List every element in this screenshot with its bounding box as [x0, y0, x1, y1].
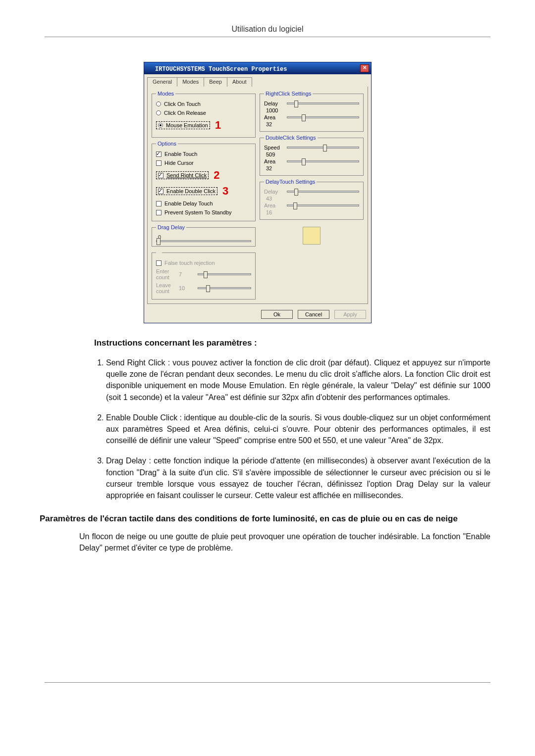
right-click-legend: RightClick Settings — [264, 91, 313, 97]
double-click-area-row: Area — [264, 157, 359, 165]
radio-icon — [156, 101, 161, 106]
check-enable-touch[interactable]: Enable Touch — [156, 150, 251, 158]
right-click-area-value: 32 — [266, 121, 359, 127]
leave-count-value: 10 — [179, 285, 194, 291]
delay-touch-delay-row: Delay — [264, 188, 359, 196]
tab-modes[interactable]: Modes — [177, 77, 204, 87]
subsection-heading: Paramètres de l'écran tactile dans des c… — [40, 514, 490, 524]
right-click-settings: RightClick Settings Delay 1000 Area 32 — [260, 91, 364, 132]
delay-label: Delay — [264, 101, 283, 106]
folder-icon — [303, 227, 321, 245]
check-enable-delay-touch[interactable]: Enable Delay Touch — [156, 199, 251, 208]
area-label: Area — [264, 114, 283, 120]
dialog-titlebar: IRTOUCHSYSTEMS TouchScreen Properties ✕ — [144, 62, 371, 74]
check-hide-cursor[interactable]: Hide Cursor — [156, 158, 251, 167]
delay-touch-delay-value: 43 — [266, 196, 359, 202]
drag-delay-slider[interactable] — [156, 240, 251, 242]
check-label: Enable Touch — [164, 151, 197, 157]
leave-count-label: Leave count — [156, 282, 175, 294]
enter-count-row: Enter count 7 — [156, 267, 251, 281]
double-click-area-slider[interactable] — [287, 160, 359, 162]
tab-about[interactable]: About — [227, 77, 252, 87]
radio-label: Click On Touch — [164, 101, 201, 107]
ok-button[interactable]: Ok — [261, 310, 293, 319]
radio-icon — [158, 123, 163, 128]
tab-beep[interactable]: Beep — [204, 77, 227, 87]
radio-click-on-release[interactable]: Click On Release — [156, 108, 251, 117]
instructions-list: Send Right Click : vous pouvez activer l… — [106, 357, 490, 501]
dialog-button-row: Ok Cancel Apply — [144, 307, 371, 323]
check-label: False touch rejection — [164, 260, 215, 266]
instructions-heading: Instructions concernant les paramètres : — [94, 338, 490, 348]
dialog-title: IRTOUCHSYSTEMS TouchScreen Properties — [146, 64, 287, 73]
page-header-title: Utilisation du logiciel — [45, 25, 490, 37]
radio-label: Click On Release — [164, 110, 206, 116]
checkbox-icon — [158, 189, 163, 194]
leave-count-slider[interactable] — [198, 287, 251, 289]
leave-count-row: Leave count 10 — [156, 281, 251, 295]
modes-legend: Modes — [156, 91, 175, 97]
right-click-delay-row: Delay — [264, 100, 359, 107]
delay-touch-area-slider[interactable] — [287, 204, 359, 206]
enter-count-value: 7 — [179, 271, 194, 277]
subsection-paragraph: Un flocon de neige ou une goutte de plui… — [79, 531, 490, 554]
tab-bar: General Modes Beep About — [144, 74, 371, 87]
radio-label: Mouse Emulation — [166, 122, 208, 128]
right-click-area-slider[interactable] — [287, 116, 359, 118]
radio-icon — [156, 110, 161, 115]
close-icon[interactable]: ✕ — [360, 64, 369, 72]
footer-rule — [45, 682, 490, 683]
double-click-settings: DoubleClick Settings Speed 509 Area 32 — [260, 135, 364, 176]
left-column: Modes Click On Touch Click On Release — [152, 91, 256, 300]
drag-delay-value: 0 — [156, 233, 251, 240]
enter-count-slider[interactable] — [198, 273, 251, 275]
tab-general[interactable]: General — [147, 77, 177, 87]
checkbox-icon — [156, 201, 161, 206]
drag-delay-legend: Drag Delay — [156, 224, 186, 230]
double-click-speed-row: Speed — [264, 144, 359, 151]
double-click-speed-slider[interactable] — [287, 147, 359, 149]
check-label: Prevent System To Standby — [164, 209, 232, 215]
instruction-item-3: Drag Delay : cette fonction indique la p… — [106, 455, 490, 501]
check-label: Send Right Click — [166, 172, 207, 178]
false-touch-group: x False touch rejection Enter count 7 Le… — [152, 250, 256, 300]
check-enable-double-click[interactable]: Enable Double Click 3 — [156, 183, 251, 199]
double-click-legend: DoubleClick Settings — [264, 135, 318, 141]
instruction-item-1: Send Right Click : vous pouvez activer l… — [106, 357, 490, 403]
annotation-2: 2 — [214, 169, 219, 182]
apply-button[interactable]: Apply — [334, 310, 366, 319]
check-false-touch-rejection[interactable]: False touch rejection — [156, 258, 251, 267]
enter-count-label: Enter count — [156, 268, 175, 280]
checkbox-icon — [156, 160, 161, 166]
instruction-item-2: Enable Double Click : identique au doubl… — [106, 412, 490, 447]
delay-touch-delay-slider[interactable] — [287, 191, 359, 193]
check-label: Hide Cursor — [164, 160, 194, 166]
checkbox-icon — [156, 210, 161, 215]
cancel-button[interactable]: Cancel — [298, 310, 329, 319]
app-icon — [146, 64, 153, 71]
check-prevent-standby[interactable]: Prevent System To Standby — [156, 208, 251, 217]
delay-touch-area-row: Area — [264, 202, 359, 209]
checkbox-icon — [156, 151, 161, 157]
area-label: Area — [264, 202, 283, 208]
area-label: Area — [264, 158, 283, 164]
radio-click-on-touch[interactable]: Click On Touch — [156, 100, 251, 108]
check-send-right-click[interactable]: Send Right Click 2 — [156, 167, 251, 183]
touchscreen-properties-dialog: IRTOUCHSYSTEMS TouchScreen Properties ✕ … — [144, 62, 372, 323]
document-page: Utilisation du logiciel IRTOUCHSYSTEMS T… — [0, 0, 535, 722]
check-label: Enable Delay Touch — [164, 201, 213, 206]
right-click-delay-slider[interactable] — [287, 102, 359, 104]
delay-label: Delay — [264, 189, 283, 195]
double-click-area-value: 32 — [266, 165, 359, 171]
instructions-section: Instructions concernant les paramètres :… — [94, 338, 490, 501]
speed-label: Speed — [264, 145, 283, 151]
modes-group: Modes Click On Touch Click On Release — [152, 91, 256, 138]
check-label: Enable Double Click — [166, 188, 215, 194]
delay-touch-legend: DelayTouch Settings — [264, 179, 317, 185]
options-legend: Options — [156, 141, 178, 147]
double-click-speed-value: 509 — [266, 151, 359, 157]
options-group: Options Enable Touch Hide Cursor — [152, 141, 256, 221]
radio-mouse-emulation[interactable]: Mouse Emulation 1 — [156, 117, 251, 133]
annotation-1: 1 — [215, 119, 221, 132]
checkbox-icon — [156, 260, 161, 266]
